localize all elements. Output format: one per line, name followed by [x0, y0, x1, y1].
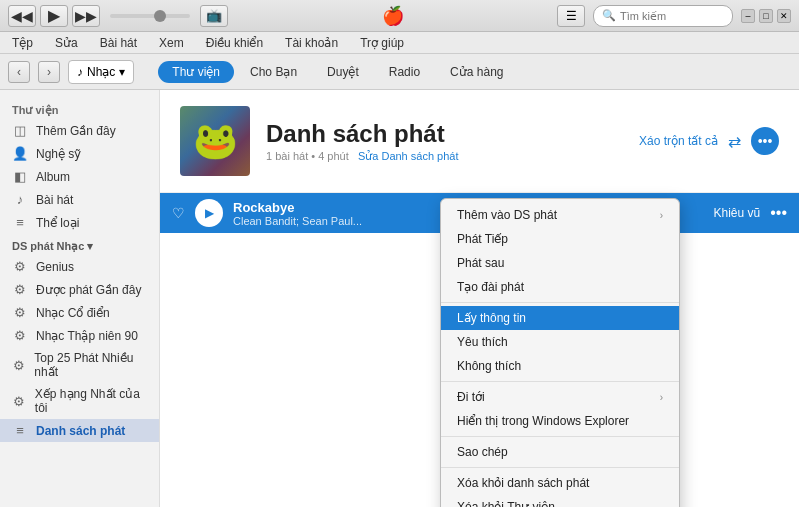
- list-view-button[interactable]: ☰: [557, 5, 585, 27]
- ctx-remove-from-library[interactable]: Xóa khỏi Thư viện: [441, 495, 679, 507]
- ctx-love[interactable]: Yêu thích: [441, 330, 679, 354]
- nav-tabs: Thư viện Cho Bạn Duyệt Radio Cửa hàng: [158, 61, 517, 83]
- ctx-separator-2: [441, 381, 679, 382]
- sidebar-item-label: Được phát Gần đây: [36, 283, 141, 297]
- edit-playlist-link[interactable]: Sửa Danh sách phát: [358, 150, 459, 162]
- sidebar-item-recently-played[interactable]: ⚙ Được phát Gần đây: [0, 278, 159, 301]
- ctx-copy[interactable]: Sao chép: [441, 440, 679, 464]
- shuffle-icon[interactable]: ⇄: [728, 132, 741, 151]
- sidebar-item-recent[interactable]: ◫ Thêm Gần đây: [0, 119, 159, 142]
- menu-view[interactable]: Xem: [155, 34, 188, 52]
- tab-library[interactable]: Thư viện: [158, 61, 234, 83]
- top-rated-icon: ⚙: [12, 394, 27, 409]
- sidebar-item-label: Thêm Gần đây: [36, 124, 116, 138]
- search-box[interactable]: 🔍: [593, 5, 733, 27]
- ctx-create-radio[interactable]: Tạo đài phát: [441, 275, 679, 299]
- content-area: 🐸 Danh sách phát 1 bài hát • 4 phút Sửa …: [160, 90, 799, 507]
- category-selector[interactable]: ♪ Nhạc ▾: [68, 60, 134, 84]
- nav-forward-button[interactable]: ›: [38, 61, 60, 83]
- ctx-separator-4: [441, 467, 679, 468]
- ctx-remove-from-playlist[interactable]: Xóa khỏi danh sách phát: [441, 471, 679, 495]
- classical-icon: ⚙: [12, 305, 28, 320]
- playlist-info: Danh sách phát 1 bài hát • 4 phút Sửa Da…: [266, 120, 623, 163]
- sidebar-item-albums[interactable]: ◧ Album: [0, 165, 159, 188]
- play-button[interactable]: ▶: [40, 5, 68, 27]
- tab-store[interactable]: Cửa hàng: [436, 61, 517, 83]
- sidebar-item-label: Nhạc Cổ điển: [36, 306, 110, 320]
- sidebar-item-top25[interactable]: ⚙ Top 25 Phát Nhiều nhất: [0, 347, 159, 383]
- playlist-title: Danh sách phát: [266, 120, 623, 148]
- sidebar-item-label: Top 25 Phát Nhiều nhất: [34, 351, 147, 379]
- playlist-header: 🐸 Danh sách phát 1 bài hát • 4 phút Sửa …: [160, 90, 799, 193]
- menu-edit[interactable]: Sửa: [51, 34, 82, 52]
- main-layout: Thư viện ◫ Thêm Gần đây 👤 Nghệ sỹ ◧ Albu…: [0, 90, 799, 507]
- 90s-icon: ⚙: [12, 328, 28, 343]
- artists-icon: 👤: [12, 146, 28, 161]
- playlist-section-header[interactable]: DS phát Nhạc ▾: [0, 234, 159, 255]
- shuffle-all-link[interactable]: Xáo trộn tất cả: [639, 134, 718, 148]
- genres-icon: ≡: [12, 215, 28, 230]
- sidebar: Thư viện ◫ Thêm Gần đây 👤 Nghệ sỹ ◧ Albu…: [0, 90, 160, 507]
- sidebar-item-top-rated[interactable]: ⚙ Xếp hạng Nhất của tôi: [0, 383, 159, 419]
- sidebar-item-label: Thể loại: [36, 216, 79, 230]
- genius-icon: ⚙: [12, 259, 28, 274]
- playlist-more-button[interactable]: •••: [751, 127, 779, 155]
- sidebar-item-label: Nghệ sỹ: [36, 147, 81, 161]
- category-arrow-icon: ▾: [119, 65, 125, 79]
- sidebar-item-classical[interactable]: ⚙ Nhạc Cổ điển: [0, 301, 159, 324]
- ctx-show-in-explorer[interactable]: Hiển thị trong Windows Explorer: [441, 409, 679, 433]
- playlist-actions: Xáo trộn tất cả ⇄ •••: [639, 127, 779, 155]
- songs-icon: ♪: [12, 192, 28, 207]
- tab-for-you[interactable]: Cho Bạn: [236, 61, 311, 83]
- ctx-add-to-playlist[interactable]: Thêm vào DS phát ›: [441, 203, 679, 227]
- track-play-button[interactable]: ▶: [195, 199, 223, 227]
- sidebar-item-playlist[interactable]: ≡ Danh sách phát: [0, 419, 159, 442]
- ctx-get-info[interactable]: Lấy thông tin: [441, 306, 679, 330]
- menu-file[interactable]: Tệp: [8, 34, 37, 52]
- ctx-play-next[interactable]: Phát Tiếp: [441, 227, 679, 251]
- apple-logo: 🍎: [382, 5, 404, 27]
- volume-slider[interactable]: [110, 14, 190, 18]
- next-button[interactable]: ▶▶: [72, 5, 100, 27]
- sidebar-item-artists[interactable]: 👤 Nghệ sỹ: [0, 142, 159, 165]
- menu-song[interactable]: Bài hát: [96, 34, 141, 52]
- tab-radio[interactable]: Radio: [375, 61, 434, 83]
- nav-back-button[interactable]: ‹: [8, 61, 30, 83]
- tab-browse[interactable]: Duyệt: [313, 61, 373, 83]
- maximize-button[interactable]: □: [759, 9, 773, 23]
- submenu-arrow-2: ›: [660, 392, 663, 403]
- sidebar-item-label: Album: [36, 170, 70, 184]
- sidebar-item-genius[interactable]: ⚙ Genius: [0, 255, 159, 278]
- category-icon: ♪: [77, 65, 83, 79]
- ctx-separator-3: [441, 436, 679, 437]
- minimize-button[interactable]: –: [741, 9, 755, 23]
- prev-button[interactable]: ◀◀: [8, 5, 36, 27]
- playlist-meta: 1 bài hát • 4 phút Sửa Danh sách phát: [266, 150, 623, 163]
- ctx-dislike[interactable]: Không thích: [441, 354, 679, 378]
- menu-controls[interactable]: Điều khiển: [202, 34, 267, 52]
- ctx-separator-1: [441, 302, 679, 303]
- submenu-arrow: ›: [660, 210, 663, 221]
- ctx-play-after[interactable]: Phát sau: [441, 251, 679, 275]
- track-more-button[interactable]: •••: [770, 204, 787, 222]
- search-icon: 🔍: [602, 9, 616, 22]
- top25-icon: ⚙: [12, 358, 26, 373]
- ctx-go-to[interactable]: Đi tới ›: [441, 385, 679, 409]
- airplay-button[interactable]: 📺: [200, 5, 228, 27]
- sidebar-item-label: Genius: [36, 260, 74, 274]
- volume-thumb[interactable]: [154, 10, 166, 22]
- menu-bar: Tệp Sửa Bài hát Xem Điều khiển Tài khoản…: [0, 32, 799, 54]
- sidebar-item-songs[interactable]: ♪ Bài hát: [0, 188, 159, 211]
- heart-icon[interactable]: ♡: [172, 205, 185, 221]
- menu-account[interactable]: Tài khoản: [281, 34, 342, 52]
- close-button[interactable]: ✕: [777, 9, 791, 23]
- recently-played-icon: ⚙: [12, 282, 28, 297]
- title-bar-right: ☰ 🔍 – □ ✕: [557, 5, 791, 27]
- menu-help[interactable]: Trợ giúp: [356, 34, 408, 52]
- category-label: Nhạc: [87, 65, 115, 79]
- search-input[interactable]: [620, 10, 724, 22]
- sidebar-item-label: Bài hát: [36, 193, 73, 207]
- sidebar-item-label: Xếp hạng Nhất của tôi: [35, 387, 147, 415]
- sidebar-item-genres[interactable]: ≡ Thể loại: [0, 211, 159, 234]
- sidebar-item-90s[interactable]: ⚙ Nhạc Thập niên 90: [0, 324, 159, 347]
